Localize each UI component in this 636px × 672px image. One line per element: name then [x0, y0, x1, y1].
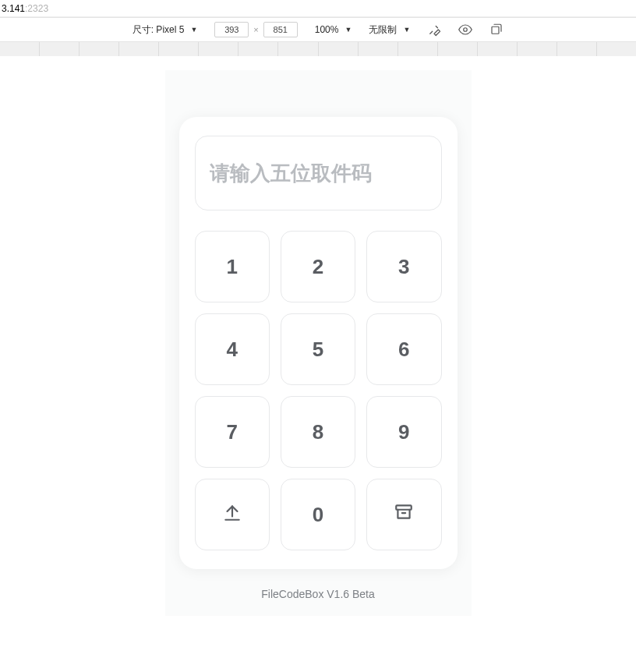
throttle-label: 无限制: [369, 23, 397, 37]
zoom-select[interactable]: 100% ▼: [315, 24, 352, 35]
app-footer: FileCodeBox V1.6 Beta: [261, 588, 375, 600]
addr-port: :2323: [25, 3, 48, 14]
devtools-device-toolbar: 尺寸: Pixel 5 ▼ × 100% ▼ 无限制 ▼: [0, 17, 636, 42]
svg-rect-1: [492, 27, 499, 34]
eyedropper-icon[interactable]: [427, 23, 441, 37]
ruler: [0, 42, 636, 56]
key-2[interactable]: 2: [281, 231, 355, 302]
svg-point-0: [464, 28, 468, 32]
address-bar: 3.141:2323: [0, 0, 636, 17]
device-width-input[interactable]: [214, 22, 249, 37]
caret-down-icon: ▼: [190, 26, 197, 34]
device-stage: 1 2 3 4 5 6 7 8 9 0: [0, 56, 636, 672]
key-9[interactable]: 9: [366, 396, 441, 468]
rotate-icon[interactable]: [489, 23, 504, 37]
key-3[interactable]: 3: [366, 231, 441, 302]
svg-rect-2: [397, 505, 412, 509]
zoom-value: 100%: [315, 24, 339, 35]
upload-icon: [222, 502, 242, 528]
archive-button[interactable]: [366, 479, 441, 550]
upload-button[interactable]: [195, 479, 270, 550]
x-separator: ×: [253, 25, 258, 34]
throttle-select[interactable]: 无限制 ▼: [369, 23, 410, 37]
caret-down-icon: ▼: [403, 26, 410, 34]
pickup-code-input[interactable]: [195, 136, 442, 210]
key-4[interactable]: 4: [195, 313, 270, 385]
addr-host: 3.141: [2, 3, 25, 14]
caret-down-icon: ▼: [344, 26, 352, 34]
device-frame: 1 2 3 4 5 6 7 8 9 0: [165, 70, 472, 616]
eye-icon[interactable]: [458, 23, 472, 37]
key-1[interactable]: 1: [195, 231, 270, 302]
key-6[interactable]: 6: [366, 313, 441, 385]
key-0[interactable]: 0: [281, 479, 355, 550]
keypad: 1 2 3 4 5 6 7 8 9 0: [195, 231, 442, 550]
device-select[interactable]: 尺寸: Pixel 5 ▼: [132, 23, 198, 37]
key-8[interactable]: 8: [281, 396, 355, 468]
device-dimensions: ×: [214, 22, 297, 37]
device-height-input[interactable]: [263, 22, 298, 37]
key-7[interactable]: 7: [195, 396, 270, 468]
key-5[interactable]: 5: [281, 313, 355, 385]
archive-icon: [394, 502, 414, 528]
device-select-label: 尺寸: Pixel 5: [132, 23, 185, 37]
keypad-card: 1 2 3 4 5 6 7 8 9 0: [179, 117, 458, 569]
